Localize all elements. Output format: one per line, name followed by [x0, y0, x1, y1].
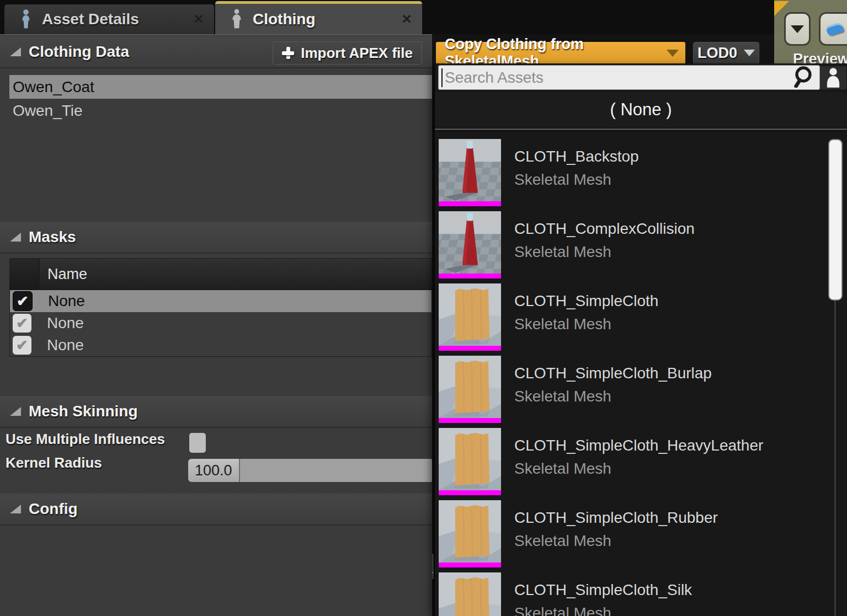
thumbnail-accent-bar	[439, 490, 501, 495]
section-title: Config	[29, 500, 78, 518]
thumbnail-accent-bar	[439, 201, 501, 206]
clothing-data-section-header[interactable]: Clothing Data Import APEX file	[0, 36, 432, 68]
asset-list-item[interactable]: CLOTH_SimpleCloth Skeletal Mesh	[435, 280, 847, 352]
close-tab-icon[interactable]: ✕	[193, 12, 204, 27]
asset-type: Skeletal Mesh	[514, 171, 611, 189]
mesh-skinning-section-header[interactable]: Mesh Skinning	[0, 396, 432, 428]
asset-list-item[interactable]: CLOTH_SimpleCloth_Burlap Skeletal Mesh	[435, 352, 847, 425]
search-assets-input[interactable]	[443, 69, 793, 87]
section-title: Mesh Skinning	[29, 403, 138, 420]
asset-name: CLOTH_SimpleCloth_Silk	[514, 581, 692, 599]
asset-list-item[interactable]: CLOTH_ComplexCollision Skeletal Mesh	[435, 208, 847, 280]
thumbnail-accent-bar	[439, 274, 501, 278]
config-section-header[interactable]: Config	[0, 494, 432, 526]
asset-name: CLOTH_SimpleCloth_Burlap	[514, 365, 712, 382]
mask-enabled-checkbox[interactable]: ✔	[13, 336, 31, 355]
chevron-down-icon	[791, 25, 804, 33]
tab-label: Asset Details	[42, 10, 139, 28]
mask-enabled-checkbox[interactable]: ✔	[13, 314, 31, 333]
mask-row[interactable]: ✔ None	[10, 312, 432, 334]
import-apex-file-button[interactable]: Import APEX file	[273, 41, 422, 65]
asset-name: CLOTH_SimpleCloth	[514, 292, 658, 310]
asset-thumbnail	[439, 356, 501, 423]
mask-enabled-checkbox[interactable]: ✔	[13, 291, 33, 311]
mask-row[interactable]: ✔ None	[10, 290, 432, 312]
collapse-arrow-icon[interactable]	[10, 47, 21, 56]
masks-table-header: Name	[10, 259, 432, 290]
asset-picker-dropdown: ( None ) CLOTH_Backstop Skeletal Mesh	[434, 63, 847, 616]
option-none[interactable]: ( None )	[435, 92, 847, 127]
kernel-radius-slider[interactable]	[240, 459, 432, 482]
clothing-data-list: Owen_Coat Owen_Tie	[9, 75, 432, 122]
asset-list-item[interactable]: CLOTH_SimpleCloth_HeavyLeather Skeletal …	[435, 425, 847, 497]
kernel-radius-spinbox[interactable]: 100.0	[188, 459, 432, 482]
copy-clothing-from-skeletalmesh-button[interactable]: Copy Clothing from SkeletalMesh	[436, 42, 685, 64]
asset-name: CLOTH_Backstop	[514, 148, 639, 165]
masks-table: Name ✔ None ✔ None ✔ None	[9, 258, 432, 357]
asset-filter-button[interactable]	[820, 66, 846, 89]
clothing-panel: Clothing Data Import APEX file Owen_Coat…	[0, 34, 432, 616]
skeletal-mesh-cone-thumbnail	[439, 211, 501, 274]
tab-asset-details[interactable]: Asset Details ✕	[4, 4, 214, 34]
clothing-data-row[interactable]: Owen_Coat	[9, 75, 432, 99]
tab-clothing[interactable]: Clothing ✕	[215, 1, 422, 34]
skeleton-person-icon	[19, 8, 33, 30]
asset-list: CLOTH_Backstop Skeletal Mesh CLOTH_Compl…	[435, 136, 847, 616]
preview-dropdown-button[interactable]	[784, 12, 811, 46]
cloth-brush-icon	[825, 22, 844, 36]
skeletal-mesh-cloth-thumbnail	[439, 428, 501, 490]
section-title: Clothing Data	[29, 43, 129, 61]
asset-type: Skeletal Mesh	[514, 532, 611, 550]
collapse-arrow-icon[interactable]	[10, 505, 21, 513]
tab-label: Clothing	[253, 10, 316, 28]
asset-name: CLOTH_SimpleCloth_HeavyLeather	[514, 437, 763, 454]
checkbox-column-header	[10, 259, 40, 290]
use-multiple-influences-checkbox[interactable]	[189, 433, 206, 453]
thumbnail-accent-bar	[439, 563, 501, 567]
scrollbar-track[interactable]	[834, 301, 836, 616]
chevron-down-icon	[744, 50, 755, 56]
asset-name: CLOTH_SimpleCloth_Rubber	[514, 509, 718, 527]
clothing-data-row[interactable]: Owen_Tie	[9, 99, 432, 122]
skeletal-mesh-cloth-thumbnail	[439, 572, 501, 616]
masks-section-header[interactable]: Masks	[0, 222, 432, 254]
use-multiple-influences-label: Use Multiple Influences	[6, 431, 165, 448]
asset-type: Skeletal Mesh	[514, 243, 611, 261]
lod-selector-button[interactable]: LOD0	[693, 42, 759, 64]
asset-thumbnail	[439, 572, 501, 616]
cloth-paint-button[interactable]	[819, 12, 847, 46]
collapse-arrow-icon[interactable]	[10, 407, 21, 416]
asset-list-item[interactable]: CLOTH_SimpleCloth_Silk Skeletal Mesh	[435, 569, 847, 616]
asset-thumbnail	[439, 500, 501, 567]
asset-list-item[interactable]: CLOTH_SimpleCloth_Rubber Skeletal Mesh	[435, 497, 847, 569]
asset-type: Skeletal Mesh	[514, 315, 611, 333]
asset-thumbnail	[439, 283, 501, 351]
asset-list-item[interactable]: CLOTH_Backstop Skeletal Mesh	[435, 136, 847, 208]
skeletal-mesh-cone-thumbnail	[439, 139, 501, 201]
skeletal-mesh-cloth-thumbnail	[439, 356, 501, 418]
close-tab-icon[interactable]: ✕	[401, 12, 412, 27]
asset-thumbnail	[439, 211, 501, 278]
plus-icon	[282, 47, 294, 59]
kernel-radius-value[interactable]: 100.0	[188, 459, 240, 482]
asset-thumbnail	[439, 428, 501, 495]
asset-name: CLOTH_ComplexCollision	[514, 220, 695, 238]
mask-row[interactable]: ✔ None	[10, 334, 432, 356]
collapse-arrow-icon[interactable]	[10, 233, 21, 242]
search-assets-box[interactable]	[438, 65, 820, 90]
search-icon	[793, 66, 814, 90]
person-icon	[825, 67, 841, 89]
name-column-header: Name	[40, 259, 87, 290]
thumbnail-accent-bar	[439, 346, 501, 351]
section-title: Masks	[29, 228, 76, 246]
chevron-down-icon	[667, 50, 679, 57]
tab-bar: Asset Details ✕ Clothing ✕	[0, 0, 774, 34]
skeletal-mesh-cloth-thumbnail	[439, 500, 501, 563]
scrollbar-thumb[interactable]	[828, 139, 843, 301]
asset-thumbnail	[439, 139, 501, 206]
asset-type: Skeletal Mesh	[514, 388, 611, 405]
mannequin-icon	[230, 8, 244, 30]
asset-type: Skeletal Mesh	[514, 460, 611, 478]
preview-viewport-panel: Previewi	[774, 0, 847, 65]
kernel-radius-label: Kernel Radius	[6, 454, 102, 472]
